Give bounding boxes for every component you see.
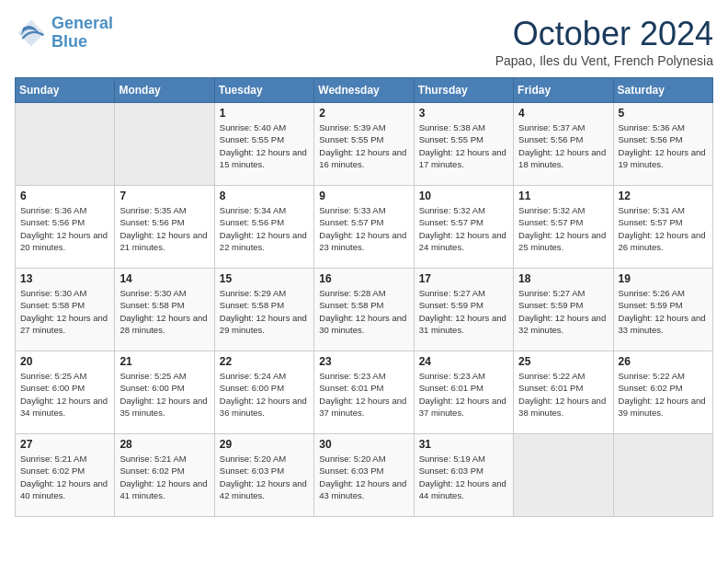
- calendar-cell: 18Sunrise: 5:27 AMSunset: 5:59 PMDayligh…: [514, 269, 613, 351]
- day-number: 26: [619, 355, 708, 368]
- calendar-cell: 3Sunrise: 5:38 AMSunset: 5:55 PMDaylight…: [414, 103, 513, 186]
- calendar-cell: 2Sunrise: 5:39 AMSunset: 5:55 PMDaylight…: [314, 103, 414, 186]
- logo-line1: General: [51, 14, 113, 32]
- logo: General Blue: [15, 15, 113, 52]
- day-info: Sunrise: 5:22 AMSunset: 6:01 PMDaylight:…: [518, 370, 608, 419]
- calendar-cell: 31Sunrise: 5:19 AMSunset: 6:03 PMDayligh…: [414, 434, 513, 517]
- day-info: Sunrise: 5:23 AMSunset: 6:01 PMDaylight:…: [419, 370, 508, 419]
- calendar-week-row: 13Sunrise: 5:30 AMSunset: 5:58 PMDayligh…: [16, 269, 713, 351]
- day-number: 28: [119, 438, 209, 451]
- calendar-cell: 28Sunrise: 5:21 AMSunset: 6:02 PMDayligh…: [115, 434, 214, 517]
- day-number: 14: [119, 272, 209, 285]
- day-info: Sunrise: 5:36 AMSunset: 5:56 PMDaylight:…: [20, 204, 109, 253]
- day-info: Sunrise: 5:25 AMSunset: 6:00 PMDaylight:…: [20, 370, 109, 419]
- day-info: Sunrise: 5:39 AMSunset: 5:55 PMDaylight:…: [319, 121, 408, 170]
- title-block: October 2024 Papao, Iles du Vent, French…: [495, 15, 713, 68]
- day-info: Sunrise: 5:32 AMSunset: 5:57 PMDaylight:…: [419, 204, 508, 253]
- calendar-cell: 14Sunrise: 5:30 AMSunset: 5:58 PMDayligh…: [115, 269, 214, 351]
- calendar-week-row: 20Sunrise: 5:25 AMSunset: 6:00 PMDayligh…: [16, 351, 713, 434]
- weekday-header: Monday: [115, 78, 214, 103]
- day-info: Sunrise: 5:28 AMSunset: 5:58 PMDaylight:…: [319, 287, 408, 336]
- day-info: Sunrise: 5:27 AMSunset: 5:59 PMDaylight:…: [518, 287, 608, 336]
- day-number: 27: [20, 438, 109, 451]
- day-number: 11: [518, 190, 608, 202]
- day-number: 21: [119, 355, 209, 368]
- day-number: 1: [220, 107, 309, 120]
- calendar-cell: 21Sunrise: 5:25 AMSunset: 6:00 PMDayligh…: [115, 351, 214, 434]
- calendar-cell: 8Sunrise: 5:34 AMSunset: 5:56 PMDaylight…: [214, 186, 313, 269]
- day-info: Sunrise: 5:22 AMSunset: 6:02 PMDaylight:…: [619, 370, 708, 419]
- day-info: Sunrise: 5:36 AMSunset: 5:56 PMDaylight:…: [619, 121, 708, 170]
- calendar-cell: [16, 103, 115, 186]
- day-info: Sunrise: 5:34 AMSunset: 5:56 PMDaylight:…: [220, 204, 309, 253]
- calendar-cell: [514, 434, 613, 517]
- day-number: 30: [319, 438, 408, 451]
- day-number: 18: [518, 272, 608, 285]
- month-title: October 2024: [495, 15, 713, 53]
- calendar-cell: [613, 434, 712, 517]
- calendar-cell: 23Sunrise: 5:23 AMSunset: 6:01 PMDayligh…: [314, 351, 414, 434]
- day-number: 2: [319, 107, 408, 120]
- calendar-cell: 15Sunrise: 5:29 AMSunset: 5:58 PMDayligh…: [214, 269, 313, 351]
- calendar-cell: 10Sunrise: 5:32 AMSunset: 5:57 PMDayligh…: [414, 186, 513, 269]
- day-info: Sunrise: 5:20 AMSunset: 6:03 PMDaylight:…: [220, 453, 309, 501]
- day-number: 22: [220, 355, 309, 368]
- day-info: Sunrise: 5:30 AMSunset: 5:58 PMDaylight:…: [119, 287, 209, 336]
- weekday-header: Tuesday: [214, 78, 313, 103]
- day-info: Sunrise: 5:26 AMSunset: 5:59 PMDaylight:…: [619, 287, 708, 336]
- day-number: 13: [20, 272, 109, 285]
- calendar-cell: 12Sunrise: 5:31 AMSunset: 5:57 PMDayligh…: [613, 186, 712, 269]
- day-number: 10: [419, 190, 508, 202]
- day-number: 8: [220, 190, 309, 202]
- day-number: 5: [619, 107, 708, 120]
- day-number: 31: [419, 438, 508, 451]
- day-number: 29: [220, 438, 309, 451]
- day-info: Sunrise: 5:35 AMSunset: 5:56 PMDaylight:…: [119, 204, 209, 253]
- weekday-header: Thursday: [414, 78, 513, 103]
- day-info: Sunrise: 5:23 AMSunset: 6:01 PMDaylight:…: [319, 370, 408, 419]
- calendar-cell: 9Sunrise: 5:33 AMSunset: 5:57 PMDaylight…: [314, 186, 414, 269]
- day-number: 16: [319, 272, 408, 285]
- calendar-cell: 22Sunrise: 5:24 AMSunset: 6:00 PMDayligh…: [214, 351, 313, 434]
- calendar-cell: 13Sunrise: 5:30 AMSunset: 5:58 PMDayligh…: [16, 269, 115, 351]
- calendar-cell: 17Sunrise: 5:27 AMSunset: 5:59 PMDayligh…: [414, 269, 513, 351]
- calendar-cell: 19Sunrise: 5:26 AMSunset: 5:59 PMDayligh…: [613, 269, 712, 351]
- day-info: Sunrise: 5:21 AMSunset: 6:02 PMDaylight:…: [20, 453, 109, 501]
- calendar-week-row: 1Sunrise: 5:40 AMSunset: 5:55 PMDaylight…: [16, 103, 713, 186]
- day-info: Sunrise: 5:19 AMSunset: 6:03 PMDaylight:…: [419, 453, 508, 501]
- calendar-cell: 26Sunrise: 5:22 AMSunset: 6:02 PMDayligh…: [613, 351, 712, 434]
- weekday-header: Friday: [514, 78, 613, 103]
- day-info: Sunrise: 5:29 AMSunset: 5:58 PMDaylight:…: [220, 287, 309, 336]
- logo-line2: Blue: [51, 32, 87, 51]
- calendar-cell: 4Sunrise: 5:37 AMSunset: 5:56 PMDaylight…: [514, 103, 613, 186]
- calendar-cell: 29Sunrise: 5:20 AMSunset: 6:03 PMDayligh…: [214, 434, 313, 517]
- day-info: Sunrise: 5:30 AMSunset: 5:58 PMDaylight:…: [20, 287, 109, 336]
- calendar-cell: 20Sunrise: 5:25 AMSunset: 6:00 PMDayligh…: [16, 351, 115, 434]
- day-number: 6: [20, 190, 109, 202]
- day-number: 20: [20, 355, 109, 368]
- day-number: 4: [518, 107, 608, 120]
- calendar-cell: 11Sunrise: 5:32 AMSunset: 5:57 PMDayligh…: [514, 186, 613, 269]
- calendar-cell: 6Sunrise: 5:36 AMSunset: 5:56 PMDaylight…: [16, 186, 115, 269]
- calendar-cell: [115, 103, 214, 186]
- calendar-cell: 7Sunrise: 5:35 AMSunset: 5:56 PMDaylight…: [115, 186, 214, 269]
- day-number: 9: [319, 190, 408, 202]
- day-number: 7: [119, 190, 209, 202]
- day-number: 23: [319, 355, 408, 368]
- day-number: 19: [619, 272, 708, 285]
- day-info: Sunrise: 5:21 AMSunset: 6:02 PMDaylight:…: [119, 453, 209, 501]
- calendar-cell: 5Sunrise: 5:36 AMSunset: 5:56 PMDaylight…: [613, 103, 712, 186]
- calendar-table: SundayMondayTuesdayWednesdayThursdayFrid…: [15, 77, 713, 517]
- day-number: 15: [220, 272, 309, 285]
- weekday-header: Saturday: [613, 78, 712, 103]
- page-header: General Blue October 2024 Papao, Iles du…: [15, 15, 713, 68]
- weekday-header: Sunday: [16, 78, 115, 103]
- day-info: Sunrise: 5:24 AMSunset: 6:00 PMDaylight:…: [220, 370, 309, 419]
- day-info: Sunrise: 5:20 AMSunset: 6:03 PMDaylight:…: [319, 453, 408, 501]
- calendar-cell: 16Sunrise: 5:28 AMSunset: 5:58 PMDayligh…: [314, 269, 414, 351]
- calendar-cell: 24Sunrise: 5:23 AMSunset: 6:01 PMDayligh…: [414, 351, 513, 434]
- calendar-cell: 30Sunrise: 5:20 AMSunset: 6:03 PMDayligh…: [314, 434, 414, 517]
- calendar-week-row: 27Sunrise: 5:21 AMSunset: 6:02 PMDayligh…: [16, 434, 713, 517]
- calendar-cell: 27Sunrise: 5:21 AMSunset: 6:02 PMDayligh…: [16, 434, 115, 517]
- day-number: 25: [518, 355, 608, 368]
